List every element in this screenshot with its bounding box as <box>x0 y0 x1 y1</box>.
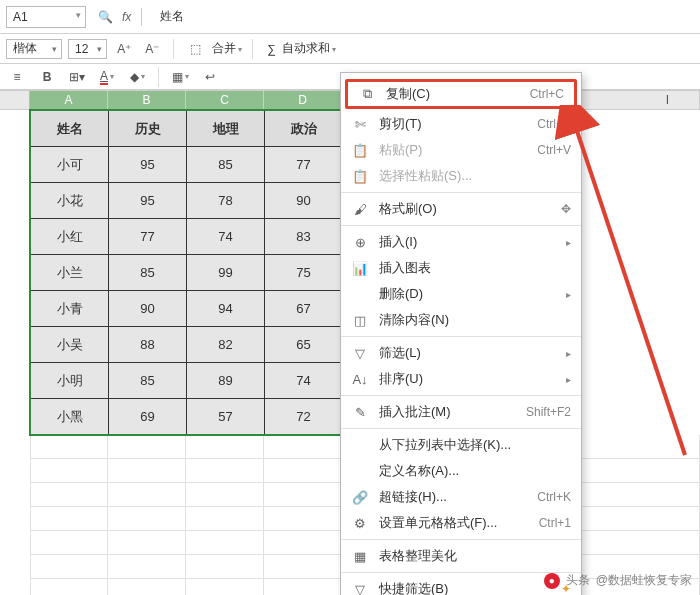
cell[interactable]: 95 <box>109 147 187 183</box>
merge-cells-button[interactable]: 合并 <box>212 40 242 57</box>
cell[interactable]: 90 <box>109 291 187 327</box>
decrease-font-icon[interactable]: A⁻ <box>141 39 163 59</box>
hdr-cell[interactable]: 姓名 <box>31 111 109 147</box>
menu-paste[interactable]: 📋 粘贴(P) Ctrl+V <box>341 137 581 163</box>
cell[interactable]: 74 <box>187 219 265 255</box>
cell[interactable]: 89 <box>187 363 265 399</box>
comment-icon: ✎ <box>351 405 369 420</box>
cell[interactable]: 83 <box>265 219 343 255</box>
wrap-icon[interactable]: ↩ <box>199 67 221 87</box>
chevron-right-icon: ▸ <box>566 289 571 300</box>
menu-label: 格式刷(O) <box>379 200 551 218</box>
hdr-cell[interactable]: 历史 <box>109 111 187 147</box>
cell[interactable]: 小青 <box>31 291 109 327</box>
cell[interactable]: 65 <box>265 327 343 363</box>
font-family-select[interactable]: 楷体▾ <box>6 39 62 59</box>
cell[interactable]: 77 <box>109 219 187 255</box>
name-box[interactable]: A1 ▾ <box>6 6 86 28</box>
menu-shortcut: Ctrl+V <box>537 143 571 157</box>
selection-range[interactable]: 姓名 历史 地理 政治 小可958577 小花957890 小红777483 小… <box>30 110 343 435</box>
format-icon[interactable]: ⊞▾ <box>66 67 88 87</box>
menu-cut[interactable]: ✄ 剪切(T) Ctrl+X <box>341 111 581 137</box>
menu-hyperlink[interactable]: 🔗 超链接(H)... Ctrl+K <box>341 484 581 510</box>
cell[interactable]: 74 <box>265 363 343 399</box>
logo-icon: ● <box>544 573 560 589</box>
cell[interactable]: 小黑 <box>31 399 109 435</box>
table-row: 小兰859975 <box>31 255 343 291</box>
menu-table-beautify[interactable]: ▦ 表格整理美化 <box>341 543 581 569</box>
eraser-icon: ◫ <box>351 313 369 328</box>
cell[interactable]: 69 <box>109 399 187 435</box>
cell[interactable]: 82 <box>187 327 265 363</box>
cell[interactable]: 小可 <box>31 147 109 183</box>
menu-insert[interactable]: ⊕ 插入(I) ▸ <box>341 229 581 255</box>
menu-sort[interactable]: A↓ 排序(U) ▸ <box>341 366 581 392</box>
table-row: 小青909467 <box>31 291 343 327</box>
hdr-cell[interactable]: 政治 <box>265 111 343 147</box>
menu-label: 选择性粘贴(S)... <box>379 167 571 185</box>
borders-icon[interactable]: ▦ <box>169 67 191 87</box>
merge-cells-icon[interactable]: ⬚ <box>184 39 206 59</box>
cell[interactable]: 78 <box>187 183 265 219</box>
cell[interactable]: 57 <box>187 399 265 435</box>
menu-label: 设置单元格格式(F)... <box>379 514 529 532</box>
menu-insert-comment[interactable]: ✎ 插入批注(M) Shift+F2 <box>341 399 581 425</box>
funnel-icon: ▽ <box>351 346 369 361</box>
font-color-icon[interactable]: A <box>96 67 118 87</box>
cell[interactable]: 小兰 <box>31 255 109 291</box>
search-icon[interactable]: 🔍 <box>94 7 116 27</box>
menu-delete[interactable]: 删除(D) ▸ <box>341 281 581 307</box>
cell[interactable]: 75 <box>265 255 343 291</box>
cell[interactable]: 77 <box>265 147 343 183</box>
align-icon[interactable]: ≡ <box>6 67 28 87</box>
cell[interactable]: 72 <box>265 399 343 435</box>
cell[interactable]: 小红 <box>31 219 109 255</box>
cell[interactable]: 95 <box>109 183 187 219</box>
cell[interactable]: 67 <box>265 291 343 327</box>
cell[interactable]: 85 <box>187 147 265 183</box>
menu-copy[interactable]: ⧉ 复制(C) Ctrl+C <box>345 79 577 109</box>
menu-label: 粘贴(P) <box>379 141 527 159</box>
chevron-right-icon: ▸ <box>566 374 571 385</box>
col-header[interactable]: C <box>186 91 264 109</box>
menu-label: 删除(D) <box>379 285 556 303</box>
menu-label: 表格整理美化 <box>379 547 571 565</box>
chevron-down-icon: ▾ <box>76 10 81 20</box>
fx-area: 🔍 fx <box>94 7 146 27</box>
menu-define-name[interactable]: 定义名称(A)... <box>341 458 581 484</box>
menu-format-cells[interactable]: ⚙ 设置单元格格式(F)... Ctrl+1 <box>341 510 581 536</box>
menu-label: 复制(C) <box>386 85 520 103</box>
font-size-select[interactable]: 12▾ <box>68 39 107 59</box>
autosum-button[interactable]: ∑ 自动求和 <box>263 40 340 57</box>
col-header[interactable]: D <box>264 91 342 109</box>
funnel-bolt-icon: ▽ <box>351 582 369 596</box>
ribbon: 楷体▾ 12▾ A⁺ A⁻ ⬚ 合并 ∑ 自动求和 <box>0 34 700 64</box>
cell[interactable]: 88 <box>109 327 187 363</box>
cell[interactable]: 99 <box>187 255 265 291</box>
hdr-cell[interactable]: 地理 <box>187 111 265 147</box>
menu-label: 插入批注(M) <box>379 403 516 421</box>
cell[interactable]: 小明 <box>31 363 109 399</box>
cell[interactable]: 小花 <box>31 183 109 219</box>
select-all-corner[interactable] <box>0 91 30 109</box>
menu-dropdown-select[interactable]: 从下拉列表中选择(K)... <box>341 432 581 458</box>
bold-icon[interactable]: B <box>36 67 58 87</box>
cell[interactable]: 小吴 <box>31 327 109 363</box>
col-header[interactable]: A <box>30 91 108 109</box>
menu-insert-chart[interactable]: 📊 插入图表 <box>341 255 581 281</box>
increase-font-icon[interactable]: A⁺ <box>113 39 135 59</box>
formula-input[interactable]: 姓名 <box>154 6 694 28</box>
menu-clear[interactable]: ◫ 清除内容(N) <box>341 307 581 333</box>
cell[interactable]: 85 <box>109 363 187 399</box>
menu-label: 剪切(T) <box>379 115 527 133</box>
cell[interactable]: 85 <box>109 255 187 291</box>
cell[interactable]: 90 <box>265 183 343 219</box>
fx-label[interactable]: fx <box>122 10 131 24</box>
cell[interactable]: 94 <box>187 291 265 327</box>
fill-color-icon[interactable]: ◆ <box>126 67 148 87</box>
menu-format-painter[interactable]: 🖌 格式刷(O) ✥ <box>341 196 581 222</box>
col-header[interactable]: B <box>108 91 186 109</box>
table-row: 小花957890 <box>31 183 343 219</box>
menu-filter[interactable]: ▽ 筛选(L) ▸ <box>341 340 581 366</box>
menu-paste-special[interactable]: 📋 选择性粘贴(S)... <box>341 163 581 189</box>
